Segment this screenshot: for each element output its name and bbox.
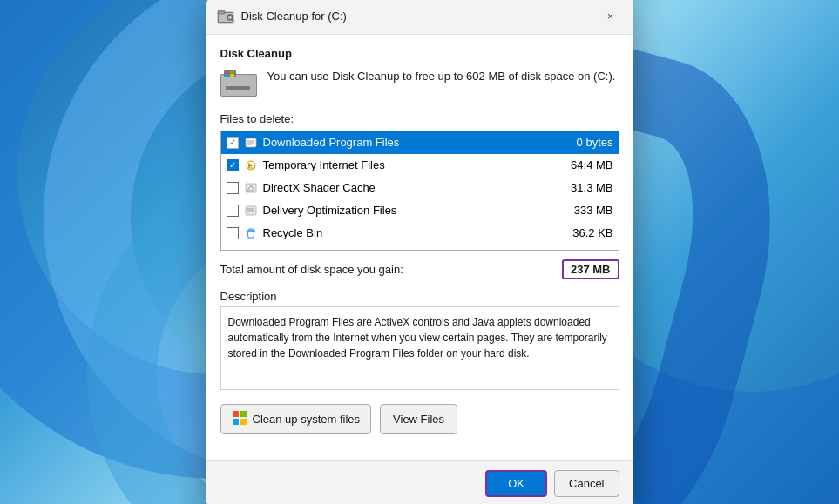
- file-name-recycle: Recycle Bin: [263, 226, 556, 239]
- intro-section: You can use Disk Cleanup to free up to 6…: [220, 69, 619, 100]
- files-to-delete-label: Files to delete:: [220, 112, 619, 125]
- file-checkbox-downloaded[interactable]: ✓: [227, 137, 239, 149]
- file-checkbox-temp-internet[interactable]: ✓: [227, 159, 239, 171]
- disk-cleanup-icon: [217, 8, 234, 25]
- titlebar-left: Disk Cleanup for (C:): [217, 8, 347, 25]
- description-text: Downloaded Program Files are ActiveX con…: [220, 306, 619, 390]
- file-checkbox-recycle[interactable]: [227, 227, 239, 239]
- description-title: Description: [220, 290, 619, 303]
- disk-cleanup-section-title: Disk Cleanup: [220, 47, 619, 60]
- action-buttons-row: Clean up system files View Files: [220, 404, 619, 434]
- svg-rect-11: [225, 74, 229, 77]
- files-list: ✓ Downloaded Program Files 0 bytes: [220, 131, 619, 251]
- file-row-downloaded[interactable]: ✓ Downloaded Program Files 0 bytes: [221, 131, 619, 154]
- svg-rect-9: [225, 71, 229, 73]
- total-label: Total amount of disk space you gain:: [220, 263, 403, 276]
- file-size-directx: 31.3 MB: [561, 181, 613, 194]
- file-size-downloaded: 0 bytes: [561, 136, 613, 149]
- view-files-button[interactable]: View Files: [380, 404, 457, 434]
- cleanup-button-label: Clean up system files: [253, 413, 361, 426]
- titlebar: Disk Cleanup for (C:) ×: [206, 0, 633, 35]
- file-name-temp-internet: Temporary Internet Files: [263, 158, 556, 171]
- file-size-recycle: 36.2 KB: [561, 226, 613, 239]
- file-icon-directx: [244, 181, 258, 195]
- dialog-footer: OK Cancel: [206, 460, 633, 505]
- svg-rect-7: [226, 86, 250, 90]
- svg-rect-2: [218, 10, 225, 14]
- file-row-delivery[interactable]: Delivery Optimization Files 333 MB: [221, 199, 619, 222]
- total-amount-row: Total amount of disk space you gain: 237…: [220, 259, 619, 279]
- total-value: 237 MB: [562, 259, 619, 279]
- intro-text: You can use Disk Cleanup to free up to 6…: [267, 69, 616, 84]
- file-checkbox-delivery[interactable]: [227, 205, 239, 217]
- svg-rect-29: [240, 411, 247, 417]
- file-row-recycle[interactable]: Recycle Bin 36.2 KB: [221, 222, 619, 245]
- file-row-temp-internet[interactable]: ✓ Temporary Internet Files 64.4 MB: [221, 154, 619, 177]
- cleanup-system-files-button[interactable]: Clean up system files: [220, 404, 372, 434]
- windows-shield-icon: [232, 410, 247, 428]
- svg-rect-30: [233, 419, 239, 425]
- file-size-temp-internet: 64.4 MB: [561, 158, 613, 171]
- cancel-button[interactable]: Cancel: [554, 470, 619, 497]
- disk-cleanup-dialog: Disk Cleanup for (C:) × Disk Cleanup: [206, 0, 633, 504]
- dialog-title: Disk Cleanup for (C:): [241, 10, 347, 23]
- svg-rect-18: [247, 167, 255, 169]
- svg-rect-12: [230, 74, 234, 77]
- file-name-downloaded: Downloaded Program Files: [263, 136, 556, 149]
- file-icon-downloaded: [244, 136, 258, 150]
- svg-rect-28: [233, 411, 239, 417]
- file-size-delivery: 333 MB: [561, 204, 613, 217]
- ok-button[interactable]: OK: [485, 470, 547, 497]
- close-button[interactable]: ×: [599, 4, 623, 29]
- file-name-delivery: Delivery Optimization Files: [263, 204, 556, 217]
- file-row-directx[interactable]: DirectX Shader Cache 31.3 MB: [221, 177, 619, 199]
- disk-icon: [220, 69, 257, 100]
- svg-rect-31: [240, 419, 247, 425]
- file-icon-temp-internet: [244, 158, 258, 172]
- description-section: Description Downloaded Program Files are…: [220, 290, 619, 390]
- svg-rect-10: [230, 71, 234, 73]
- recycle-bin-icon: [244, 226, 258, 240]
- file-name-directx: DirectX Shader Cache: [263, 181, 556, 194]
- dialog-main-content: Disk Cleanup: [206, 35, 633, 460]
- file-checkbox-directx[interactable]: [227, 182, 239, 194]
- svg-rect-6: [221, 75, 256, 96]
- file-icon-delivery: [244, 204, 258, 218]
- dialog-overlay: Disk Cleanup for (C:) × Disk Cleanup: [0, 0, 839, 504]
